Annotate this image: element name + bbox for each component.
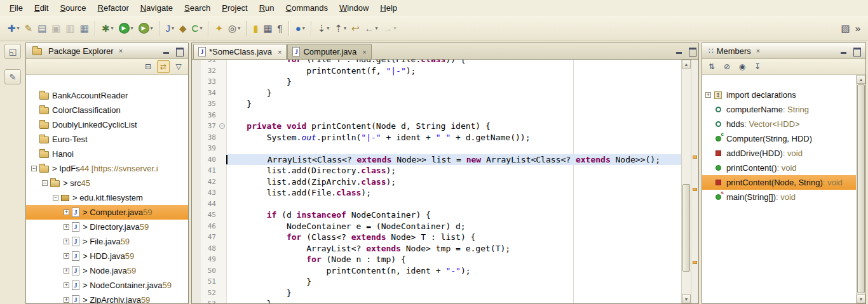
close-tab-icon[interactable]: × <box>278 48 281 56</box>
code-text[interactable] <box>227 110 698 121</box>
collapse-icon[interactable]: − <box>53 195 58 201</box>
previous-annotation-dropdown-icon[interactable]: ▾ <box>344 25 346 31</box>
tree-item-node-java[interactable]: +J> Node.java 59 <box>26 263 188 278</box>
maximize-view-icon[interactable] <box>175 47 184 55</box>
menu-run[interactable]: Run <box>254 1 280 15</box>
code-line-40[interactable]: 40 ArrayList<Class<? extends Node>> list… <box>192 154 698 166</box>
code-line-49[interactable]: 49 for (Node n : tmp) { <box>192 254 698 265</box>
code-text[interactable]: } <box>227 76 698 88</box>
close-view-icon[interactable]: × <box>756 47 760 55</box>
new-java-project-icon[interactable]: J▾ <box>164 20 177 37</box>
collapse-icon[interactable]: − <box>31 166 37 171</box>
code-text[interactable]: ArrayList<Class<? extends Node>> list = … <box>227 154 698 166</box>
expand-icon[interactable]: + <box>64 209 69 215</box>
menu-navigate[interactable]: Navigate <box>135 1 179 15</box>
tree-item-computer-java[interactable]: +J> Computer.java 59 <box>26 205 188 220</box>
code-line-42[interactable]: 42 list.add(ZipArchiv.class); <box>192 176 698 188</box>
code-text[interactable]: } <box>227 276 698 287</box>
open-task-icon[interactable]: ▤ <box>36 20 48 37</box>
member-import-declarations[interactable]: +↥import declarations <box>702 88 865 102</box>
code-line-45[interactable]: 45 if (d instanceof NodeContainer) { <box>192 209 698 221</box>
code-line-32[interactable]: 32 printContent(f, "|-"); <box>192 65 698 77</box>
members-tab[interactable]: ∷ Members × <box>705 46 764 56</box>
tree-item-edu-kit-filesystem[interactable]: −> edu.kit.filesystem <box>26 190 188 205</box>
code-text[interactable]: private void printContent(Node d, String… <box>227 121 698 132</box>
occurrence-marker[interactable] <box>693 261 697 264</box>
search-icon[interactable]: ✦ <box>213 20 225 37</box>
code-line-31[interactable]: 31 for (File f : hdd.get(File.class)) { <box>192 60 698 65</box>
tree-item-hanoi[interactable]: Hanoi <box>26 147 188 161</box>
open-search-dialog-icon[interactable]: ◎▾ <box>226 20 242 37</box>
scroll-down-icon[interactable]: ▼ <box>857 294 865 303</box>
next-annotation-icon[interactable]: ⇣▾ <box>316 20 332 37</box>
collapse-all-icon[interactable]: ⊟ <box>142 60 154 73</box>
new-untitled-text-file-icon[interactable]: ✎ <box>23 20 35 37</box>
fast-view-icon[interactable]: ✎ <box>4 69 21 84</box>
next-annotation-dropdown-icon[interactable]: ▾ <box>327 25 329 31</box>
editor-tab-someclass-java[interactable]: J*SomeClass.java× <box>193 44 287 59</box>
expand-icon[interactable]: + <box>64 239 69 244</box>
member-hdds[interactable]: hdds : Vector<HDD> <box>702 117 865 131</box>
code-line-36[interactable]: 36 <box>192 110 698 121</box>
code-line-38[interactable]: 38 System.out.println("|-" + ident + " "… <box>192 132 698 143</box>
menu-refactor[interactable]: Refactor <box>92 1 135 15</box>
code-line-39[interactable]: 39 <box>192 143 698 154</box>
run-dropdown-icon[interactable]: ▾ <box>131 25 133 31</box>
tree-item-hdd-java[interactable]: +J> HDD.java 59 <box>26 249 188 263</box>
view-menu-icon[interactable]: ▽ <box>172 60 185 73</box>
menu-help[interactable]: Help <box>374 1 403 15</box>
last-edit-location-icon[interactable]: ↩ <box>349 20 362 37</box>
members-scrollbar-thumb[interactable] <box>857 84 865 293</box>
tree-item-directory-java[interactable]: +J> Directory.java 59 <box>26 220 188 234</box>
scroll-up-icon[interactable]: ▲ <box>682 60 691 69</box>
tree-item-nodecontainer-java[interactable]: +J> NodeContainer.java 59 <box>26 278 188 293</box>
code-line-52[interactable]: 52 } <box>192 287 698 299</box>
code-line-48[interactable]: 48 ArrayList<? extends Node> tmp = e.get… <box>192 243 698 254</box>
tree-item-doublylinkedcycliclist[interactable]: DoublyLinkedCyclicList <box>26 117 188 132</box>
code-text[interactable]: System.out.println("|-" + ident + " " + … <box>227 132 698 143</box>
hide-non-public-members-icon[interactable]: ↧ <box>751 60 764 73</box>
editor-tab-computer-java[interactable]: JComputer.java× <box>287 44 371 59</box>
member-main-string[interactable]: smain(String[]) : void <box>702 190 865 204</box>
code-line-33[interactable]: 33 } <box>192 76 698 88</box>
code-text[interactable]: for (File f : hdd.get(File.class)) { <box>227 60 698 65</box>
code-line-35[interactable]: 35 } <box>192 98 698 110</box>
back-dropdown-icon[interactable]: ▾ <box>376 25 378 31</box>
tree-item-euro-test[interactable]: Euro-Test <box>26 132 188 147</box>
code-editor[interactable]: 31 for (File f : hdd.get(File.class)) {3… <box>192 60 698 303</box>
toolbar-overflow-chevron[interactable]: » <box>853 20 862 37</box>
tree-item-ziparchiv-java[interactable]: +J> ZipArchiv.java 59 <box>26 293 188 303</box>
code-text[interactable]: list.add(File.class); <box>227 187 698 199</box>
member-printcontent-node-string[interactable]: printContent(Node, String) : void <box>702 175 865 190</box>
open-search-dialog-dropdown-icon[interactable]: ▾ <box>238 25 240 31</box>
member-adddrive-hdd[interactable]: addDrive(HDD) : void <box>702 146 865 161</box>
link-with-editor-icon[interactable]: ⇄ <box>157 60 170 73</box>
forward-dropdown-icon[interactable]: ▾ <box>394 25 397 31</box>
close-tab-icon[interactable]: × <box>362 48 366 56</box>
code-text[interactable]: } <box>227 88 698 99</box>
overview-ruler[interactable] <box>691 60 698 303</box>
expand-icon[interactable]: + <box>64 253 69 259</box>
code-line-51[interactable]: 51 } <box>192 276 698 287</box>
hide-static-members-icon[interactable]: ◉ <box>736 60 749 73</box>
code-line-47[interactable]: 47 for (Class<? extends Node> T : list) … <box>192 232 698 243</box>
show-whitespace-icon[interactable]: ¶ <box>276 20 285 37</box>
tree-item-colorclassification[interactable]: ColorClassification <box>26 103 188 117</box>
run-icon[interactable]: ▶▾ <box>117 20 135 37</box>
restore-views-icon[interactable]: ◱ <box>4 44 21 59</box>
web-browser-dropdown-icon[interactable]: ▾ <box>302 25 305 31</box>
code-line-34[interactable]: 34 } <box>192 88 698 99</box>
code-line-50[interactable]: 50 printContent(n, ident + "-"); <box>192 265 698 277</box>
expand-icon[interactable]: + <box>64 268 69 274</box>
tree-item-ipdfs[interactable]: −> IpdFs 44 [https://svnserver.i <box>26 161 188 176</box>
new-java-package-icon[interactable]: ◆ <box>177 20 189 37</box>
menu-file[interactable]: File <box>4 1 29 15</box>
code-text[interactable]: } <box>227 287 698 299</box>
new-java-project-dropdown-icon[interactable]: ▾ <box>172 25 174 31</box>
code-line-43[interactable]: 43 list.add(File.class); <box>192 187 698 199</box>
code-text[interactable]: for (Node n : tmp) { <box>227 254 698 265</box>
expand-icon[interactable]: + <box>64 224 69 230</box>
expand-icon[interactable]: + <box>705 92 711 98</box>
minimize-editor-icon[interactable] <box>675 47 684 55</box>
tree-item-file-java[interactable]: +J> File.java 59 <box>26 234 188 249</box>
